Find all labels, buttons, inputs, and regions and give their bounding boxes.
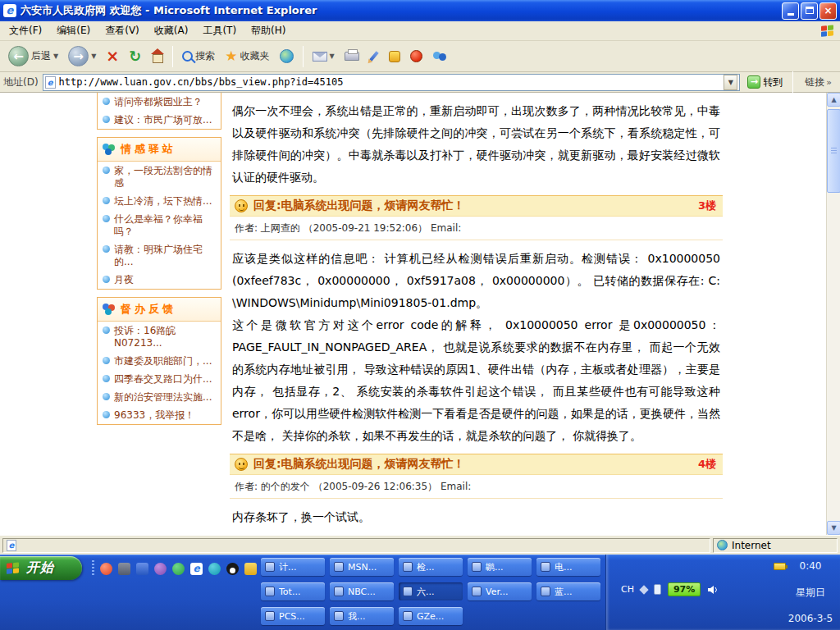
taskbar-button[interactable]: 计...: [261, 558, 325, 576]
sidebar-link[interactable]: 96333，我举报！: [98, 406, 221, 424]
quicklaunch-icon-4[interactable]: [154, 563, 167, 575]
taskbar-button[interactable]: Tot...: [261, 582, 325, 600]
ie-app-icon: e: [3, 4, 16, 17]
sidebar-link[interactable]: 坛上冷清，坛下热情...: [98, 192, 221, 210]
quicklaunch-icon-1[interactable]: [100, 563, 112, 575]
media-button[interactable]: [276, 48, 297, 65]
quicklaunch-icon-3[interactable]: [136, 563, 148, 575]
address-input[interactable]: e http://www.luan.gov.cn/bbs/bbs_view.ph…: [43, 74, 741, 91]
menu-help[interactable]: 帮助(H): [244, 21, 293, 41]
sidebar-link[interactable]: 四季春交叉路口为什...: [98, 370, 221, 388]
sidebar-link[interactable]: 建议：市民广场可放...: [98, 111, 221, 129]
links-button[interactable]: 链接 »: [800, 75, 837, 89]
sidebar-link[interactable]: 请教：明珠广场住宅的...: [98, 240, 221, 271]
sidebar-link[interactable]: 请问帝都紫园业主？: [98, 93, 221, 111]
close-button[interactable]: ×: [819, 2, 837, 20]
sidebar-link[interactable]: 新的治安管理法实施...: [98, 388, 221, 406]
reply-header: 回复:电脑系统出现问题，烦请网友帮忙！ 4楼: [230, 454, 723, 475]
favorites-button[interactable]: ★ 收藏夹: [221, 48, 272, 65]
forward-button[interactable]: → ▼: [65, 44, 99, 68]
menu-tools[interactable]: 工具(T): [195, 21, 244, 41]
address-dropdown-icon[interactable]: ▼: [724, 75, 737, 90]
taskbar-button[interactable]: PCS...: [261, 607, 325, 625]
qq-button[interactable]: [407, 48, 426, 64]
taskbar-button[interactable]: 鹕...: [468, 558, 532, 576]
menu-favorites[interactable]: 收藏(A): [147, 21, 196, 41]
menu-file[interactable]: 文件(F): [2, 21, 49, 41]
scrollbar-thumb[interactable]: [827, 109, 840, 193]
battery-percent-badge[interactable]: 97%: [668, 582, 701, 596]
tray-diamond-icon[interactable]: [639, 585, 648, 594]
internet-globe-icon: [717, 540, 728, 550]
start-button[interactable]: 开始: [0, 556, 82, 580]
stop-button[interactable]: ×: [103, 47, 122, 66]
search-button[interactable]: 搜索: [179, 48, 218, 65]
address-url[interactable]: http://www.luan.gov.cn/bbs/bbs_view.php?…: [59, 76, 721, 88]
scroll-down-icon[interactable]: ▼: [827, 521, 840, 535]
sidebar-link[interactable]: 市建委及职能部门，...: [98, 352, 221, 370]
menu-view[interactable]: 查看(V): [98, 21, 147, 41]
edit-button[interactable]: [366, 49, 382, 63]
minimize-button[interactable]: [782, 2, 799, 20]
taskbar-button[interactable]: 蓝...: [536, 582, 600, 600]
tray-phone-icon[interactable]: [654, 584, 661, 595]
quicklaunch-qq-icon[interactable]: [226, 563, 239, 575]
taskbar-button[interactable]: Ver...: [468, 582, 532, 600]
taskbar-button-active[interactable]: 六...: [399, 582, 463, 600]
refresh-button[interactable]: ↻: [126, 46, 144, 66]
discuss-button[interactable]: [429, 48, 450, 64]
print-button[interactable]: [341, 50, 363, 62]
taskbar-clock[interactable]: 0:40 星期日 2006-3-5: [784, 560, 837, 624]
quicklaunch-ie-icon[interactable]: e: [190, 563, 203, 575]
sidebar-link[interactable]: 什么是幸福？你幸福吗？: [98, 210, 221, 240]
task-icon: [472, 562, 482, 572]
quicklaunch-icon-2[interactable]: [118, 563, 130, 575]
volume-icon[interactable]: [707, 585, 719, 595]
menu-bar: 文件(F) 编辑(E) 查看(V) 收藏(A) 工具(T) 帮助(H): [0, 21, 840, 41]
task-icon: [334, 611, 344, 621]
taskbar-button[interactable]: NBC...: [330, 582, 394, 600]
back-label: 后退: [31, 49, 51, 63]
taskbar-button[interactable]: 我...: [330, 607, 394, 625]
taskbar-button[interactable]: 检...: [399, 558, 463, 576]
sidebar-link-label: 新的治安管理法实施...: [114, 391, 212, 404]
sidebar-link[interactable]: 投诉：16路皖N07213...: [98, 322, 221, 352]
quicklaunch-icon-7[interactable]: [208, 563, 221, 575]
browser-toolbar: ← 后退 ▼ → ▼ × ↻ 搜索 ★ 收藏夹 ▼: [0, 41, 840, 72]
back-button[interactable]: ← 后退 ▼: [5, 44, 62, 68]
mail-button[interactable]: ▼: [309, 50, 338, 63]
go-button[interactable]: → 转到: [744, 75, 786, 90]
smiley-icon: [235, 458, 248, 471]
toolbar-separator: [172, 46, 173, 67]
quicklaunch-icon-9[interactable]: [244, 563, 257, 575]
taskbar-button[interactable]: GZe...: [399, 607, 463, 625]
messenger-button[interactable]: [386, 49, 404, 64]
sidebar-link[interactable]: 月夜: [98, 271, 221, 289]
taskbar-button[interactable]: MSN...: [330, 558, 394, 576]
mail-dropdown-icon[interactable]: ▼: [330, 52, 335, 60]
media-globe-icon: [280, 49, 294, 63]
sidebar-link[interactable]: 家，一段无法割舍的情感: [98, 162, 221, 192]
address-bar: 地址(D) e http://www.luan.gov.cn/bbs/bbs_v…: [0, 72, 840, 93]
section-icon: [103, 144, 116, 156]
reply-paragraph: 这个是微软官方对这个error code的解释， 0x10000050 erro…: [232, 314, 720, 447]
clock-date: 2006-3-5: [788, 613, 833, 624]
language-indicator[interactable]: CH: [621, 584, 634, 595]
home-button[interactable]: [148, 48, 167, 65]
scroll-up-icon[interactable]: ▲: [827, 93, 840, 107]
taskbar-button[interactable]: 电...: [536, 558, 600, 576]
forward-dropdown-icon[interactable]: ▼: [91, 52, 96, 60]
menu-edit[interactable]: 编辑(E): [49, 21, 98, 41]
go-arrow-icon: →: [747, 75, 760, 89]
bullet-icon: [103, 116, 110, 123]
quicklaunch-icon-5[interactable]: [172, 563, 185, 575]
system-tray: CH 97% 0:40 星期日 2006-3-5: [605, 555, 840, 630]
forum-sidebar: 请问帝都紫园业主？ 建议：市民广场可放... 情感驿站 家，一段无法割舍的情感 …: [97, 93, 221, 432]
home-icon: [151, 53, 163, 63]
vertical-scrollbar[interactable]: ▲ ▼: [826, 93, 840, 535]
sidebar-link-label: 请教：明珠广场住宅的...: [114, 244, 218, 268]
maximize-button[interactable]: [801, 2, 818, 20]
back-dropdown-icon[interactable]: ▼: [53, 52, 58, 60]
bullet-icon: [103, 167, 110, 174]
quicklaunch-handle[interactable]: [92, 560, 94, 577]
